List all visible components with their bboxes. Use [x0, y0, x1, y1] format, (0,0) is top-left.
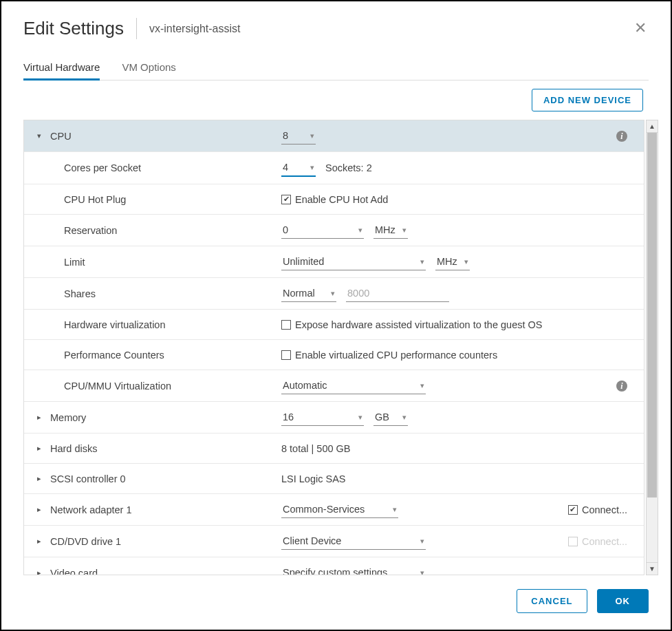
cddvd-label: CD/DVD drive 1	[50, 536, 121, 547]
scrollbar-thumb[interactable]	[647, 133, 657, 498]
network-adapter-label: Network adapter 1	[50, 504, 131, 515]
memory-value-select[interactable]: 16▾	[281, 409, 364, 426]
reservation-value-select[interactable]: 0▾	[281, 222, 364, 239]
expose-hw-virt-checkbox[interactable]: Expose hardware assisted virtualization …	[281, 319, 542, 330]
tab-virtual-hardware[interactable]: Virtual Hardware	[23, 56, 100, 81]
cpu-mmu-select[interactable]: Automatic▾	[281, 377, 426, 394]
limit-unit-select[interactable]: MHz▾	[435, 253, 470, 270]
chevron-right-icon[interactable]: ▸	[34, 413, 45, 422]
scroll-down-icon[interactable]: ▼	[647, 562, 658, 575]
tab-vm-options[interactable]: VM Options	[122, 56, 175, 80]
chevron-right-icon[interactable]: ▸	[34, 505, 45, 514]
add-new-device-button[interactable]: ADD NEW DEVICE	[532, 89, 643, 111]
shares-label: Shares	[34, 288, 281, 299]
hardware-virtualization-label: Hardware virtualization	[34, 319, 281, 330]
video-card-label: Video card	[50, 568, 98, 576]
cancel-button[interactable]: CANCEL	[517, 589, 587, 613]
dialog-title: Edit Settings	[23, 18, 137, 39]
enable-cpu-hot-add-checkbox[interactable]: ✔ Enable CPU Hot Add	[281, 194, 388, 205]
chevron-down-icon[interactable]: ▾	[34, 131, 45, 140]
cddvd-connect-checkbox: Connect...	[568, 536, 627, 547]
info-icon[interactable]: i	[616, 131, 627, 142]
cpu-count-select[interactable]: 8▾	[281, 127, 316, 145]
hard-disks-value: 8 total | 500 GB	[281, 443, 351, 454]
chevron-right-icon[interactable]: ▸	[34, 474, 45, 483]
limit-label: Limit	[34, 257, 281, 268]
scsi-value: LSI Logic SAS	[281, 473, 346, 484]
ok-button[interactable]: OK	[597, 589, 649, 613]
shares-value-input[interactable]: 8000	[346, 285, 449, 302]
performance-counters-label: Performance Counters	[34, 350, 281, 361]
chevron-right-icon[interactable]: ▸	[34, 568, 45, 575]
cpu-mmu-label: CPU/MMU Virtualization	[34, 381, 281, 392]
cddvd-select[interactable]: Client Device▾	[281, 533, 426, 550]
scroll-up-icon[interactable]: ▲	[647, 120, 658, 133]
chevron-right-icon[interactable]: ▸	[34, 444, 45, 453]
limit-value-select[interactable]: Unlimited▾	[281, 253, 426, 270]
cores-per-socket-label: Cores per Socket	[34, 162, 281, 173]
reservation-label: Reservation	[34, 225, 281, 236]
scsi-label: SCSI controller 0	[50, 473, 126, 484]
video-card-select[interactable]: Specify custom settings▾	[281, 564, 426, 575]
scrollbar[interactable]: ▲ ▼	[646, 120, 658, 575]
perf-counters-checkbox[interactable]: Enable virtualized CPU performance count…	[281, 350, 497, 361]
reservation-unit-select[interactable]: MHz▾	[373, 222, 408, 239]
memory-unit-select[interactable]: GB▾	[373, 409, 408, 426]
hard-disks-label: Hard disks	[50, 443, 98, 454]
cpu-hot-plug-label: CPU Hot Plug	[34, 194, 281, 205]
network-adapter-select[interactable]: Common-Services▾	[281, 501, 398, 518]
chevron-right-icon[interactable]: ▸	[34, 537, 45, 546]
info-icon[interactable]: i	[616, 381, 627, 392]
cores-per-socket-select[interactable]: 4▾	[281, 159, 316, 177]
close-icon[interactable]: ✕	[632, 21, 649, 37]
network-connect-checkbox[interactable]: ✔ Connect...	[568, 504, 627, 515]
vm-name: vx-intersight-assist	[137, 23, 240, 35]
sockets-label: Sockets: 2	[325, 162, 372, 173]
hardware-list: ▾ CPU 8▾ i Cores per Socket 4▾ Sockets: …	[23, 120, 644, 575]
memory-label: Memory	[50, 412, 86, 423]
shares-level-select[interactable]: Normal▾	[281, 285, 336, 302]
cpu-label: CPU	[50, 131, 72, 142]
